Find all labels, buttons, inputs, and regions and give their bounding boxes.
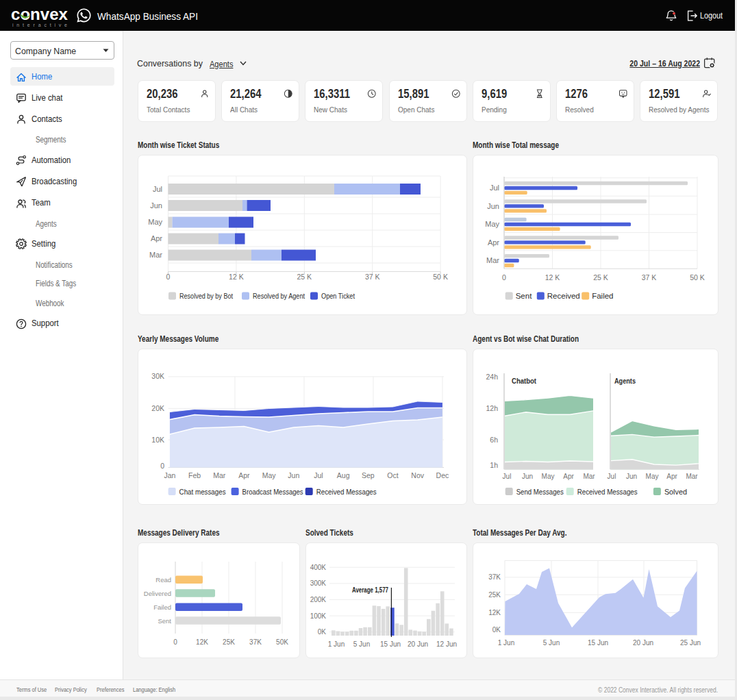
svg-text:20K: 20K: [151, 404, 164, 412]
svg-text:Mar: Mar: [486, 256, 499, 264]
svg-text:12K: 12K: [196, 638, 208, 646]
svg-text:0: 0: [173, 638, 177, 646]
svg-text:Jun: Jun: [487, 202, 499, 210]
svg-text:Failed: Failed: [153, 603, 171, 611]
svg-text:5 Jun: 5 Jun: [543, 639, 560, 647]
svg-text:1 Jun: 1 Jun: [328, 640, 345, 648]
svg-text:Jul: Jul: [314, 471, 323, 479]
svg-text:Received: Received: [547, 292, 580, 300]
svg-text:12K: 12K: [488, 609, 501, 616]
svg-text:50 K: 50 K: [433, 273, 448, 281]
svg-text:Jul: Jul: [608, 473, 616, 480]
svg-text:Send Messages: Send Messages: [516, 488, 564, 496]
svg-text:Resolved by Agent: Resolved by Agent: [253, 292, 305, 300]
svg-text:Chat messages: Chat messages: [179, 488, 226, 496]
svg-text:37K: 37K: [488, 573, 501, 581]
svg-text:10K: 10K: [151, 436, 164, 444]
svg-text:Resolved by by Bot: Resolved by by Bot: [179, 292, 234, 300]
svg-text:24h: 24h: [486, 373, 498, 381]
svg-text:Oct: Oct: [387, 471, 398, 479]
svg-text:15 Jun: 15 Jun: [380, 640, 401, 648]
svg-text:1 Jun: 1 Jun: [498, 639, 514, 647]
svg-text:100K: 100K: [310, 612, 327, 620]
svg-text:200K: 200K: [310, 596, 327, 603]
svg-text:25 K: 25 K: [297, 273, 312, 281]
svg-text:Dec: Dec: [436, 471, 449, 479]
svg-text:0: 0: [166, 273, 171, 281]
svg-text:Mar: Mar: [583, 473, 595, 480]
svg-text:Mar: Mar: [149, 251, 162, 259]
svg-text:Logout: Logout: [700, 11, 723, 21]
svg-text:Jun: Jun: [522, 473, 533, 480]
svg-text:Feb: Feb: [188, 471, 201, 479]
svg-text:0: 0: [502, 273, 506, 282]
svg-text:Jul: Jul: [490, 184, 499, 192]
svg-text:Apr: Apr: [238, 471, 250, 479]
svg-text:25 K: 25 K: [593, 273, 608, 282]
svg-text:37K: 37K: [249, 638, 262, 646]
svg-text:400K: 400K: [310, 564, 327, 571]
svg-text:Chatbot: Chatbot: [512, 377, 536, 385]
svg-text:May: May: [148, 218, 162, 226]
svg-text:0: 0: [160, 462, 164, 470]
svg-text:12h: 12h: [486, 404, 498, 412]
svg-text:30K: 30K: [151, 372, 164, 380]
svg-text:25K: 25K: [488, 591, 501, 599]
svg-text:300K: 300K: [310, 579, 327, 587]
svg-text:50 K: 50 K: [690, 273, 705, 282]
svg-text:Broadcast Messages: Broadcast Messages: [242, 488, 303, 496]
svg-text:Jun: Jun: [626, 473, 637, 480]
svg-text:5 Jun: 5 Jun: [353, 640, 370, 648]
svg-text:50K: 50K: [276, 638, 288, 646]
svg-text:Delivered: Delivered: [144, 590, 171, 597]
svg-text:Jul: Jul: [503, 473, 512, 480]
svg-text:Received Messages: Received Messages: [577, 488, 638, 496]
svg-text:6h: 6h: [490, 436, 498, 444]
svg-text:37 K: 37 K: [365, 273, 380, 281]
svg-text:Solved: Solved: [664, 488, 687, 496]
svg-text:Apr: Apr: [151, 234, 162, 242]
svg-text:Mar: Mar: [213, 471, 226, 479]
svg-text:0K: 0K: [492, 626, 501, 634]
svg-text:Mar: Mar: [686, 473, 698, 480]
svg-text:12 Jun: 12 Jun: [436, 640, 457, 648]
svg-text:25K: 25K: [223, 638, 235, 646]
svg-text:Sent: Sent: [158, 617, 171, 625]
svg-text:Apr: Apr: [563, 473, 574, 480]
svg-text:Received Messages: Received Messages: [316, 488, 377, 496]
svg-text:Apr: Apr: [488, 238, 499, 247]
svg-text:0K: 0K: [318, 628, 327, 636]
svg-text:Failed: Failed: [592, 292, 613, 300]
svg-text:Agents: Agents: [614, 377, 636, 385]
svg-text:Apr: Apr: [666, 473, 677, 480]
svg-text:25 Jun: 25 Jun: [680, 639, 701, 647]
svg-text:Aug: Aug: [337, 471, 350, 479]
svg-text:Jun: Jun: [150, 201, 162, 210]
svg-text:May: May: [485, 220, 499, 228]
svg-text:May: May: [646, 473, 659, 480]
svg-text:12 K: 12 K: [545, 273, 560, 282]
svg-text:Read: Read: [155, 576, 171, 584]
svg-text:WhatsApp Business API: WhatsApp Business API: [97, 10, 198, 22]
svg-text:Nov: Nov: [411, 471, 424, 479]
svg-text:12 K: 12 K: [229, 273, 244, 281]
svg-text:interactive: interactive: [12, 23, 67, 27]
svg-text:37 K: 37 K: [642, 273, 657, 282]
svg-text:15 Jun: 15 Jun: [588, 639, 608, 647]
svg-text:Sent: Sent: [516, 292, 532, 300]
svg-text:Sep: Sep: [362, 471, 375, 479]
svg-text:20 Jun: 20 Jun: [408, 640, 428, 648]
svg-text:Jul: Jul: [153, 185, 162, 193]
svg-text:Jun: Jun: [288, 471, 299, 479]
svg-text:May: May: [542, 473, 555, 480]
svg-text:Average 1,577: Average 1,577: [352, 586, 388, 594]
svg-text:20 Jun: 20 Jun: [633, 639, 653, 647]
svg-text:1h: 1h: [490, 461, 498, 469]
svg-text:Open Ticket: Open Ticket: [321, 292, 355, 300]
svg-text:Jan: Jan: [164, 471, 175, 479]
svg-text:May: May: [262, 471, 277, 479]
